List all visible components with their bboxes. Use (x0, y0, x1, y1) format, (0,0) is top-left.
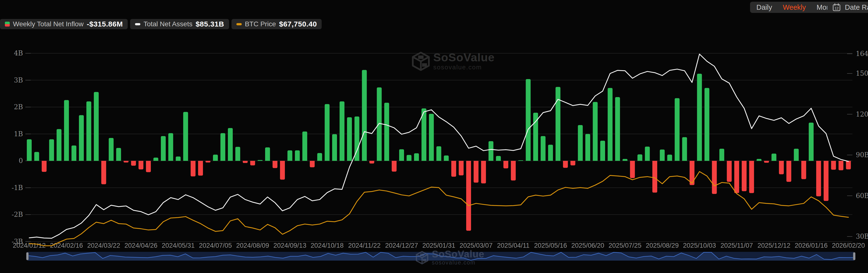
inflow-bar[interactable] (764, 161, 769, 163)
inflow-bar[interactable] (556, 87, 560, 161)
inflow-bar[interactable] (496, 156, 501, 161)
inflow-bar[interactable] (786, 161, 791, 182)
btc-price-line[interactable] (29, 172, 848, 246)
inflow-bar[interactable] (563, 161, 568, 168)
inflow-bar[interactable] (652, 161, 657, 193)
inflow-bar[interactable] (727, 161, 732, 182)
inflow-bar[interactable] (436, 146, 441, 161)
inflow-bar[interactable] (645, 146, 650, 161)
inflow-bar[interactable] (697, 74, 702, 161)
inflow-bar[interactable] (42, 161, 46, 172)
inflow-bar[interactable] (779, 161, 784, 174)
inflow-bar[interactable] (138, 161, 143, 169)
inflow-bar[interactable] (49, 139, 54, 161)
inflow-bar[interactable] (801, 161, 806, 179)
inflow-bar[interactable] (414, 153, 419, 161)
inflow-bar[interactable] (489, 141, 493, 161)
inflow-bar[interactable] (824, 161, 829, 201)
inflow-bar[interactable] (667, 155, 672, 161)
inflow-bar[interactable] (116, 148, 121, 161)
inflow-bar[interactable] (600, 141, 605, 161)
inflow-bar[interactable] (250, 161, 255, 166)
inflow-bar[interactable] (86, 101, 91, 161)
inflow-bar[interactable] (243, 161, 248, 163)
inflow-bar[interactable] (287, 150, 292, 161)
inflow-bar[interactable] (705, 88, 709, 161)
inflow-bar[interactable] (57, 129, 61, 161)
inflow-bar[interactable] (280, 161, 285, 179)
navigator-left-handle[interactable] (26, 252, 29, 260)
inflow-bar[interactable] (34, 152, 39, 161)
inflow-bar[interactable] (757, 159, 762, 161)
inflow-bar[interactable] (630, 161, 635, 178)
inflow-bar[interactable] (64, 100, 69, 161)
inflow-bar[interactable] (317, 153, 322, 161)
inflow-bar[interactable] (302, 132, 307, 161)
inflow-bar[interactable] (846, 161, 851, 169)
inflow-bar[interactable] (257, 160, 262, 161)
inflow-bar[interactable] (399, 149, 404, 161)
inflow-bar[interactable] (273, 161, 277, 168)
inflow-bar[interactable] (265, 147, 270, 161)
inflow-bar[interactable] (570, 161, 575, 166)
inflow-bar[interactable] (220, 133, 225, 161)
inflow-bar[interactable] (384, 103, 389, 161)
inflow-bar[interactable] (809, 123, 814, 161)
inflow-bar[interactable] (176, 157, 181, 161)
inflow-bar[interactable] (407, 155, 411, 161)
inflow-bar[interactable] (109, 138, 114, 161)
inflow-bar[interactable] (466, 161, 471, 231)
inflow-bar[interactable] (511, 161, 516, 180)
inflow-bar[interactable] (615, 97, 620, 161)
inflow-bar[interactable] (444, 156, 448, 161)
inflow-bar[interactable] (474, 161, 478, 183)
inflow-bar[interactable] (161, 136, 166, 161)
inflow-bar[interactable] (541, 136, 546, 161)
inflow-bar[interactable] (362, 70, 367, 161)
inflow-bar[interactable] (236, 147, 240, 161)
inflow-bar[interactable] (101, 161, 106, 184)
inflow-bar[interactable] (481, 161, 486, 183)
inflow-bar[interactable] (638, 154, 642, 161)
inflow-bar[interactable] (831, 161, 836, 170)
inflow-bar[interactable] (734, 161, 739, 193)
inflow-bar[interactable] (124, 161, 128, 163)
inflow-bar[interactable] (608, 88, 613, 161)
inflow-bar[interactable] (623, 159, 627, 161)
inflow-bar[interactable] (682, 137, 687, 161)
inflow-bar[interactable] (392, 161, 397, 172)
inflow-bar[interactable] (742, 161, 747, 191)
inflow-bar[interactable] (578, 125, 583, 161)
inflow-bar[interactable] (526, 79, 531, 161)
inflow-bar[interactable] (79, 115, 84, 161)
inflow-bar[interactable] (518, 160, 523, 161)
inflow-bar[interactable] (310, 161, 315, 167)
inflow-bar[interactable] (451, 161, 456, 177)
inflow-bar[interactable] (838, 161, 843, 170)
inflow-bar[interactable] (719, 149, 724, 161)
inflow-bar[interactable] (27, 139, 32, 161)
inflow-bar[interactable] (183, 112, 188, 161)
inflow-bar[interactable] (154, 158, 158, 161)
inflow-bar[interactable] (295, 150, 300, 161)
inflow-bar[interactable] (340, 101, 345, 161)
inflow-bar[interactable] (213, 155, 218, 161)
inflow-bar[interactable] (548, 145, 553, 161)
inflow-bar[interactable] (332, 134, 337, 161)
inflow-bar[interactable] (660, 150, 665, 161)
inflow-bar[interactable] (503, 161, 508, 168)
inflow-bar[interactable] (94, 92, 99, 161)
inflow-bar[interactable] (206, 161, 210, 163)
inflow-bar[interactable] (772, 153, 776, 161)
inflow-bar[interactable] (131, 161, 136, 166)
inflow-bar[interactable] (324, 104, 330, 161)
inflow-bar[interactable] (459, 161, 464, 175)
inflow-bar[interactable] (168, 133, 173, 161)
inflow-bar[interactable] (369, 161, 374, 164)
inflow-bar[interactable] (347, 117, 352, 161)
inflow-bar[interactable] (749, 161, 754, 193)
inflow-bar[interactable] (712, 161, 717, 194)
inflow-bar[interactable] (794, 149, 799, 161)
combo-chart-canvas[interactable]: 4B3B2B1B0-1B-2B-3B164.51B150B120B90B60B3… (0, 0, 868, 273)
inflow-bar[interactable] (191, 161, 195, 176)
